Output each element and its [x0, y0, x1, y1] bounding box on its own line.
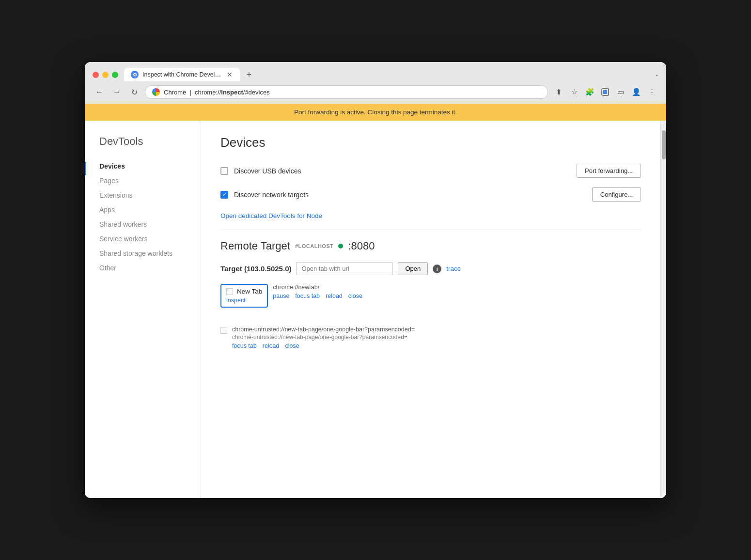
- tab-close-button[interactable]: ✕: [226, 71, 234, 78]
- chrome-label: Chrome: [164, 89, 186, 96]
- port-forwarding-button[interactable]: Port forwarding...: [577, 164, 641, 178]
- minimize-window-button[interactable]: [102, 72, 109, 78]
- untrusted-favicon-icon: [220, 327, 227, 334]
- address-bar: ← → ↻ Chrome | chrome://inspect/#devices…: [85, 81, 666, 104]
- extensions-icon[interactable]: 🧩: [583, 85, 596, 99]
- notification-text: Port forwarding is active. Closing this …: [294, 109, 457, 116]
- remote-target-header: Remote Target #LOCALHOST :8080: [220, 240, 641, 252]
- browser-window: ⚙ Inspect with Chrome Develop… ✕ + ˅ ← →…: [85, 62, 666, 498]
- maximize-window-button[interactable]: [112, 72, 118, 78]
- close-window-button[interactable]: [93, 72, 99, 78]
- svg-rect-1: [603, 90, 607, 94]
- remote-target-title: Remote Target: [220, 240, 290, 252]
- share-icon[interactable]: ⬆: [552, 85, 565, 99]
- tabs-row: ⚙ Inspect with Chrome Develop… ✕ + ˅: [124, 68, 658, 81]
- new-tab-button[interactable]: +: [242, 68, 256, 81]
- tab-title: Inspect with Chrome Develop…: [142, 71, 222, 78]
- target-row: Target (103.0.5025.0) Open i trace: [220, 262, 641, 275]
- remote-target-host-label: #LOCALHOST: [295, 243, 334, 249]
- active-tab[interactable]: ⚙ Inspect with Chrome Develop… ✕: [124, 68, 240, 81]
- back-button[interactable]: ←: [93, 85, 106, 99]
- reload-link[interactable]: reload: [326, 293, 343, 299]
- untrusted-focus-tab-link[interactable]: focus tab: [232, 342, 257, 349]
- tab-favicon-icon: ⚙: [131, 71, 139, 78]
- sidebar-item-other[interactable]: Other: [99, 261, 201, 275]
- untrusted-url-1: chrome-untrusted://new-tab-page/one-goog…: [232, 326, 641, 333]
- untrusted-actions: focus tab reload close: [232, 342, 641, 349]
- sidebar-item-extensions[interactable]: Extensions: [99, 188, 201, 202]
- sidebar-toggle-icon[interactable]: ▭: [614, 85, 627, 99]
- address-input-wrap[interactable]: Chrome | chrome://inspect/#devices: [145, 85, 548, 99]
- traffic-lights: [93, 72, 118, 78]
- devtools-node-link[interactable]: Open dedicated DevTools for Node: [220, 212, 322, 219]
- new-tab-extra-actions: pause focus tab reload close: [273, 293, 641, 299]
- pause-link[interactable]: pause: [273, 293, 289, 299]
- untrusted-close-link[interactable]: close: [285, 342, 299, 349]
- forward-button[interactable]: →: [110, 85, 124, 99]
- remote-target-port: :8080: [348, 240, 375, 252]
- new-tab-actions: inspect: [226, 297, 262, 304]
- new-tab-highlighted-box: New Tab inspect: [220, 284, 268, 308]
- untrusted-url-2: chrome-untrusted://new-tab-page/one-goog…: [232, 334, 641, 341]
- discover-network-checkbox[interactable]: ✓: [220, 191, 228, 199]
- sidebar-item-devices[interactable]: Devices: [99, 159, 201, 173]
- inspect-link[interactable]: inspect: [226, 297, 246, 304]
- scrollbar-thumb[interactable]: [662, 130, 666, 159]
- sidebar-item-pages[interactable]: Pages: [99, 174, 201, 187]
- scrollbar-track[interactable]: [660, 121, 666, 498]
- discover-network-row: ✓ Discover network targets Configure...: [220, 187, 641, 202]
- connection-status-icon: [338, 244, 343, 249]
- tab-chevron-icon[interactable]: ˅: [655, 74, 658, 81]
- sidebar-item-shared-storage[interactable]: Shared storage worklets: [99, 247, 201, 260]
- discover-usb-label: Discover USB devices: [234, 167, 301, 175]
- untrusted-item: chrome-untrusted://new-tab-page/one-goog…: [220, 326, 641, 349]
- main-content: DevTools Devices Pages Extensions Apps S…: [85, 121, 666, 498]
- discover-usb-checkbox[interactable]: [220, 167, 228, 175]
- devtools-indicator-icon[interactable]: [598, 85, 612, 99]
- url-bold: inspect: [221, 89, 243, 96]
- open-url-button[interactable]: Open: [398, 262, 428, 275]
- target-version-label: Target (103.0.5025.0): [220, 264, 291, 273]
- section-divider: [220, 230, 641, 230]
- new-tab-header: New Tab: [226, 288, 262, 295]
- toolbar-icons: ⬆ ☆ 🧩 ▭ 👤 ⋮: [552, 85, 658, 99]
- content-area: Devices Discover USB devices Port forwar…: [201, 121, 660, 498]
- new-tab-url: chrome://newtab/: [273, 284, 641, 291]
- new-tab-name: New Tab: [237, 288, 262, 295]
- sidebar-item-service-workers[interactable]: Service workers: [99, 232, 201, 246]
- new-tab-favicon-icon: [226, 288, 233, 295]
- sidebar-active-indicator: [85, 162, 86, 175]
- configure-button[interactable]: Configure...: [592, 187, 641, 202]
- close-link[interactable]: close: [348, 293, 362, 299]
- address-text: Chrome | chrome://inspect/#devices: [164, 89, 541, 96]
- notification-bar: Port forwarding is active. Closing this …: [85, 104, 666, 121]
- sidebar-item-shared-workers[interactable]: Shared workers: [99, 218, 201, 231]
- chrome-icon: [152, 88, 160, 96]
- info-icon[interactable]: i: [433, 264, 441, 273]
- menu-icon[interactable]: ⋮: [645, 85, 658, 99]
- sidebar: DevTools Devices Pages Extensions Apps S…: [85, 121, 201, 498]
- trace-link[interactable]: trace: [446, 265, 461, 272]
- untrusted-content: chrome-untrusted://new-tab-page/one-goog…: [232, 326, 641, 349]
- discover-network-label: Discover network targets: [234, 191, 309, 199]
- title-bar: ⚙ Inspect with Chrome Develop… ✕ + ˅: [85, 62, 666, 81]
- bookmark-icon[interactable]: ☆: [567, 85, 581, 99]
- untrusted-reload-link[interactable]: reload: [263, 342, 280, 349]
- new-tab-extra-info: chrome://newtab/ pause focus tab reload …: [273, 284, 641, 299]
- open-tab-url-input[interactable]: [296, 262, 393, 275]
- page-title: Devices: [220, 135, 641, 150]
- focus-tab-link[interactable]: focus tab: [295, 293, 320, 299]
- new-tab-item-container: New Tab inspect chrome://newtab/ pause f…: [220, 284, 641, 316]
- discover-usb-row: Discover USB devices Port forwarding...: [220, 164, 641, 178]
- url-prefix: chrome://: [195, 89, 221, 96]
- url-suffix: /#devices: [243, 89, 270, 96]
- reload-button[interactable]: ↻: [127, 85, 141, 99]
- profile-icon[interactable]: 👤: [629, 85, 643, 99]
- sidebar-item-apps[interactable]: Apps: [99, 203, 201, 217]
- sidebar-devtools-label: DevTools: [99, 135, 201, 148]
